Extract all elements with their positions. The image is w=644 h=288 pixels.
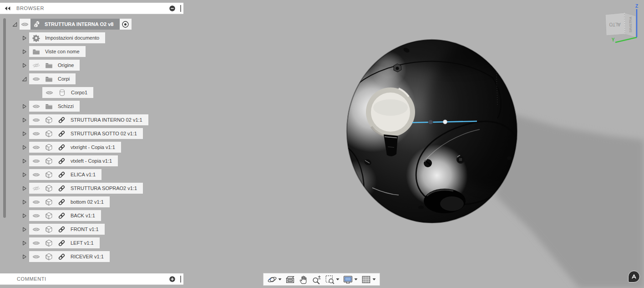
plus-circle-icon[interactable]	[168, 275, 176, 283]
chevron-down-icon[interactable]	[278, 278, 282, 281]
expand-arrow-icon[interactable]	[21, 253, 28, 260]
tree-row: LEFT v1:1	[0, 236, 148, 250]
viewcube-face-label-alto[interactable]: ALTO	[609, 22, 620, 27]
chevron-down-icon[interactable]	[372, 278, 376, 281]
orbit-icon	[267, 275, 277, 284]
tree-row: STRUTTURA INTERNO 02 v1:1	[0, 113, 148, 127]
tree-row: Viste con nome	[0, 45, 148, 58]
expand-arrow-icon[interactable]	[21, 35, 28, 41]
activate-component-radio[interactable]	[122, 21, 129, 28]
link-icon	[58, 116, 66, 124]
tree-item[interactable]: FRONT v1:1	[29, 224, 105, 235]
tree-item[interactable]: Corpo1	[42, 87, 93, 98]
visibility-eye-icon[interactable]	[32, 144, 40, 151]
tree-row: FRONT v1:1	[0, 222, 148, 236]
expand-arrow-icon[interactable]	[21, 240, 28, 247]
tree-item[interactable]: RICEVER v1:1	[29, 251, 110, 262]
expand-arrow-icon[interactable]	[21, 158, 28, 165]
visibility-eye-icon[interactable]	[32, 75, 40, 83]
cube-icon	[45, 212, 53, 220]
orbit-button[interactable]	[266, 274, 283, 285]
tree-item[interactable]: STRUTTURA SOPRAO2 v1:1	[29, 183, 143, 194]
view-cube[interactable]: ALTO SINISTRA Z Y	[600, 4, 644, 49]
tree-item[interactable]: vtxright - Copia v1:1	[29, 142, 121, 153]
cube-icon	[45, 171, 53, 179]
tree-item[interactable]: BACK v1:1	[29, 210, 101, 221]
cube-icon	[45, 116, 53, 124]
visibility-eye-icon[interactable]	[46, 89, 53, 97]
expand-arrow-icon[interactable]	[21, 144, 28, 151]
expand-arrow-icon[interactable]	[11, 21, 18, 28]
visibility-eye-icon[interactable]	[32, 130, 40, 138]
tree-row-label: Origine	[58, 62, 74, 68]
visibility-eye-icon[interactable]	[32, 226, 40, 233]
panel-resize-grip[interactable]	[180, 276, 181, 283]
display-settings-button[interactable]	[342, 274, 359, 285]
visibility-eye-icon[interactable]	[32, 62, 40, 69]
expand-arrow-icon[interactable]	[21, 212, 28, 219]
chevron-down-icon[interactable]	[354, 278, 358, 281]
tree-row-label: vtxright - Copia v1:1	[71, 144, 115, 150]
tree-item[interactable]: Impostazioni documento	[29, 32, 105, 43]
grid-display-button[interactable]	[360, 274, 377, 285]
viewcube-face-label-sinistra[interactable]: SINISTRA	[629, 17, 633, 33]
selected-item-highlight[interactable]: STRUTTURA INTERNA O2 v8	[30, 19, 120, 30]
tree-item[interactable]: Origine	[29, 60, 80, 71]
tree-item[interactable]: Viste con nome	[29, 46, 86, 57]
comments-panel-header[interactable]: COMMENTI	[0, 273, 183, 285]
visibility-eye-icon[interactable]	[32, 116, 40, 124]
zoom-button[interactable]	[310, 274, 323, 285]
tree-item[interactable]: vtxleft - Copia v1:1	[29, 155, 118, 166]
tree-row: Impostazioni documento	[0, 31, 148, 45]
expand-arrow-icon[interactable]	[21, 48, 28, 55]
tree-row-label: LEFT v1:1	[71, 240, 94, 246]
cube-icon	[45, 239, 53, 247]
tree-row: ELICA v1:1	[0, 168, 148, 181]
chevron-down-icon[interactable]	[336, 278, 340, 281]
visibility-eye-icon[interactable]	[32, 185, 40, 192]
tree-item[interactable]: bottom 02 v1:1	[29, 196, 110, 207]
expand-arrow-icon[interactable]	[21, 117, 28, 123]
expand-arrow-icon[interactable]	[21, 130, 28, 137]
look-at-button[interactable]	[284, 274, 296, 285]
visibility-eye-icon[interactable]	[32, 239, 40, 247]
visibility-eye-icon[interactable]	[32, 171, 40, 179]
expand-arrow-icon[interactable]	[21, 62, 28, 69]
tree-item[interactable]: Schizzi	[29, 101, 80, 112]
visibility-eye-icon[interactable]	[32, 103, 40, 110]
folder-icon	[32, 48, 40, 56]
tree-row-label: STRUTTURA SOPRAO2 v1:1	[71, 185, 137, 191]
expand-arrow-icon[interactable]	[21, 76, 28, 82]
fit-button[interactable]	[324, 274, 341, 285]
browser-panel-header: BROWSER	[0, 3, 183, 14]
cube-icon	[45, 198, 53, 206]
pan-button[interactable]	[297, 274, 309, 285]
visibility-eye-icon[interactable]	[32, 157, 40, 165]
tree-item[interactable]: ELICA v1:1	[29, 169, 101, 180]
gear-icon	[32, 34, 40, 42]
tree-item[interactable]: Corpi	[29, 73, 76, 84]
expand-arrow-icon[interactable]	[21, 103, 28, 110]
tree-item[interactable]: LEFT v1:1	[29, 237, 100, 248]
autodesk-assistant-button[interactable]	[628, 271, 640, 283]
panel-resize-grip[interactable]	[180, 5, 181, 12]
expand-arrow-icon[interactable]	[21, 171, 28, 178]
tree-item[interactable]: STRUTTURA SOTTO 02 v1:1	[29, 128, 143, 139]
tree-row: Corpi	[0, 72, 148, 86]
expand-arrow-icon[interactable]	[21, 199, 28, 206]
expand-arrow-icon[interactable]	[21, 185, 28, 192]
link-icon	[58, 144, 66, 151]
y-axis-line	[615, 37, 637, 42]
folder-icon	[45, 75, 53, 83]
minus-circle-icon[interactable]	[168, 5, 176, 12]
tree-row-label: BACK v1:1	[71, 213, 95, 218]
expand-arrow-icon[interactable]	[21, 226, 28, 233]
tree-item[interactable]: STRUTTURA INTERNO 02 v1:1	[29, 114, 148, 125]
look-at-icon	[285, 275, 295, 284]
visibility-eye-icon[interactable]	[32, 253, 40, 261]
collapse-panel-icon[interactable]	[4, 5, 11, 12]
visibility-eye-icon[interactable]	[32, 198, 40, 206]
tree-item[interactable]: STRUTTURA INTERNA O2 v8	[20, 19, 132, 30]
visibility-eye-icon[interactable]	[32, 212, 40, 220]
visibility-eye-icon[interactable]	[21, 21, 29, 28]
